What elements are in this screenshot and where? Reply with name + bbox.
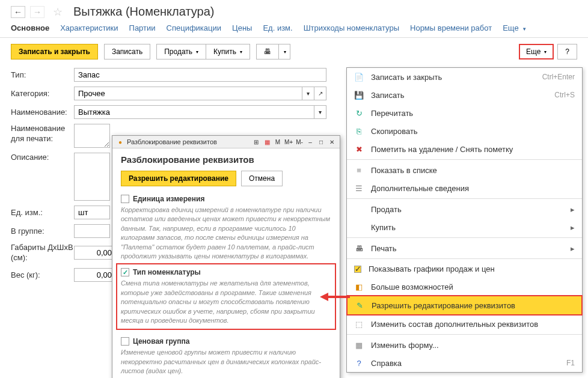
options-icon: ◧ — [354, 282, 364, 291]
tab-barcodes[interactable]: Штрихкоды номенклатуры — [304, 23, 399, 32]
close-button[interactable]: ✕ — [328, 138, 336, 146]
menu-show-charts[interactable]: ✓ Показывать графики продаж и цен — [347, 260, 582, 278]
help-icon: ? — [354, 358, 364, 368]
menu-change-extra[interactable]: ⬚ Изменить состав дополнительных реквизи… — [347, 315, 582, 333]
m-button[interactable]: M — [274, 138, 282, 146]
category-input[interactable] — [74, 87, 302, 100]
buy-button[interactable]: Купить ▾ — [206, 44, 250, 59]
refresh-icon: ↻ — [354, 108, 364, 118]
print-button[interactable]: 🖶 — [256, 44, 278, 59]
menu-sell[interactable]: Продать ▸ — [347, 200, 582, 218]
print-dropdown[interactable]: ▾ — [278, 44, 290, 59]
printer-icon: 🖶 — [264, 47, 271, 56]
dialog-heading: Разблокирование реквизитов — [121, 154, 331, 165]
tab-characteristics[interactable]: Характеристики — [60, 23, 118, 32]
more-dropdown-menu: 📄 Записать и закрыть Ctrl+Enter 💾 Записа… — [346, 67, 583, 373]
mplus-button[interactable]: M+ — [284, 138, 293, 146]
dialog-titlebar[interactable]: ● Разблокирование реквизитов ⊞ ▦ M M+ M-… — [112, 136, 340, 148]
tab-worktime[interactable]: Нормы времени работ — [410, 23, 492, 32]
write-button[interactable]: Записать — [104, 44, 150, 59]
desc-label: Описание: — [11, 153, 74, 162]
name-dropdown-button[interactable]: ▾ — [314, 105, 326, 119]
menu-help[interactable]: ? Справка F1 — [347, 354, 582, 372]
type-label: Тип: — [11, 70, 74, 79]
tab-prices[interactable]: Цены — [232, 23, 252, 32]
menu-separator — [347, 258, 582, 259]
name-label: Наименование: — [11, 108, 74, 117]
info-icon: ☰ — [354, 183, 364, 193]
chevron-right-icon: ▸ — [571, 223, 575, 232]
menu-separator — [347, 159, 582, 160]
type-checkbox-label: Тип номенклатуры — [133, 268, 201, 276]
tab-parties[interactable]: Партии — [129, 23, 156, 32]
favorite-star-icon[interactable]: ☆ — [53, 5, 63, 19]
chevron-right-icon: ▸ — [571, 244, 575, 253]
more-button[interactable]: Еще ▾ — [519, 44, 554, 59]
unit-checkbox-label: Единица измерения — [133, 195, 204, 203]
write-close-button[interactable]: Записать и закрыть — [11, 44, 98, 59]
menu-copy[interactable]: ⎘ Скопировать — [347, 122, 582, 140]
weight-input[interactable] — [74, 268, 116, 282]
price-group-checkbox-label: Ценовая группа — [133, 337, 189, 346]
cancel-button[interactable]: Отмена — [241, 171, 283, 186]
list-icon: ≡ — [354, 165, 364, 175]
calendar-icon[interactable]: ▦ — [263, 138, 271, 146]
menu-buy[interactable]: Купить ▸ — [347, 218, 582, 236]
menu-mark-delete[interactable]: ✖ Пометить на удаление / Снять пометку — [347, 140, 582, 158]
nav-forward-button[interactable]: → — [30, 6, 44, 18]
menu-extra-info[interactable]: ☰ Дополнительные сведения — [347, 179, 582, 197]
nav-back-button[interactable]: ← — [11, 6, 25, 18]
name-input[interactable] — [74, 105, 314, 119]
allow-edit-button[interactable]: Разрешить редактирование — [121, 171, 236, 186]
section-type: ✓ Тип номенклатуры Смена типа номенклату… — [116, 263, 336, 330]
category-open-button[interactable]: ↗ — [314, 87, 326, 100]
mminus-button[interactable]: M- — [295, 138, 304, 146]
type-description: Смена типа номенклатуры не желательна дл… — [121, 279, 331, 325]
minimize-button[interactable]: – — [306, 138, 314, 146]
menu-allow-edit[interactable]: ✎ Разрешить редактирование реквизитов — [346, 295, 583, 316]
menu-separator — [347, 334, 582, 335]
maximize-button[interactable]: □ — [317, 138, 325, 146]
type-input[interactable] — [74, 68, 326, 82]
sell-button[interactable]: Продать ▾ — [156, 44, 206, 59]
desc-input[interactable] — [74, 153, 110, 201]
type-checkbox[interactable]: ✓ — [121, 268, 129, 276]
section-unit: Единица измерения Корректировка единиц и… — [121, 195, 331, 261]
save-icon: 💾 — [354, 90, 364, 100]
annotation-arrow-icon — [320, 291, 350, 303]
properties-icon: ⬚ — [354, 319, 364, 329]
document-icon: 📄 — [354, 72, 364, 82]
menu-write[interactable]: 💾 Записать Ctrl+S — [347, 86, 582, 104]
app-icon: ● — [116, 138, 124, 146]
tab-units[interactable]: Ед. изм. — [263, 23, 292, 32]
unit-checkbox[interactable] — [121, 195, 129, 203]
unit-input[interactable] — [74, 206, 110, 219]
menu-show-list[interactable]: ≡ Показать в списке — [347, 161, 582, 179]
menu-separator — [347, 237, 582, 238]
svg-marker-1 — [320, 293, 328, 301]
tab-main[interactable]: Основное — [11, 23, 49, 32]
delete-mark-icon: ✖ — [354, 144, 364, 154]
help-button[interactable]: ? — [557, 44, 577, 59]
menu-reread[interactable]: ↻ Перечитать — [347, 104, 582, 122]
menu-print[interactable]: 🖶 Печать ▸ — [347, 239, 582, 257]
group-input[interactable] — [74, 224, 110, 238]
edit-icon: ✎ — [355, 300, 364, 310]
dims-label: Габариты ДхШхВ (см): — [11, 243, 74, 263]
form-icon: ▦ — [354, 340, 364, 350]
menu-change-form[interactable]: ▦ Изменить форму... — [347, 336, 582, 354]
dims-input[interactable] — [74, 246, 116, 260]
copy-icon: ⎘ — [354, 126, 364, 136]
unit-description: Корректировка единиц измерений в номенкл… — [121, 206, 331, 261]
menu-write-close[interactable]: 📄 Записать и закрыть Ctrl+Enter — [347, 68, 582, 86]
tab-more[interactable]: Еще ▼ — [503, 23, 527, 32]
price-group-checkbox[interactable] — [121, 337, 129, 346]
tab-specifications[interactable]: Спецификации — [167, 23, 222, 32]
calc-icon[interactable]: ⊞ — [252, 138, 260, 146]
menu-separator — [347, 198, 582, 199]
category-dropdown-button[interactable]: ▾ — [302, 87, 314, 100]
menu-more-options[interactable]: ◧ Больше возможностей — [347, 278, 582, 296]
group-label: В группе: — [11, 227, 74, 236]
print-name-input[interactable] — [74, 124, 110, 148]
chevron-right-icon: ▸ — [571, 205, 575, 214]
